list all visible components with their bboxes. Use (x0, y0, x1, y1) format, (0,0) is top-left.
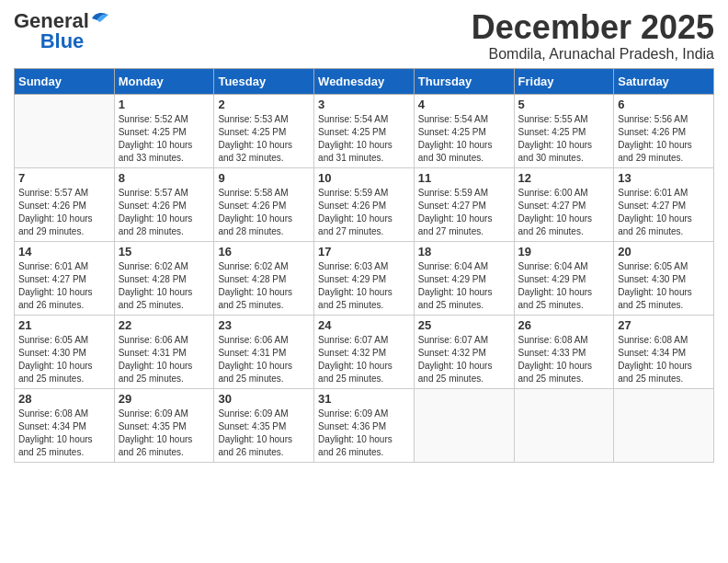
day-number: 4 (418, 98, 510, 111)
table-row: 25Sunrise: 6:07 AM Sunset: 4:32 PM Dayli… (414, 315, 514, 388)
cell-info: Sunrise: 5:59 AM Sunset: 4:27 PM Dayligh… (418, 187, 510, 238)
bird-icon (90, 9, 110, 26)
table-row: 23Sunrise: 6:06 AM Sunset: 4:31 PM Dayli… (214, 315, 314, 388)
day-number: 31 (318, 392, 410, 406)
cell-info: Sunrise: 6:01 AM Sunset: 4:27 PM Dayligh… (18, 260, 110, 312)
day-number: 30 (218, 392, 310, 406)
day-number: 14 (18, 245, 110, 259)
cell-info: Sunrise: 6:05 AM Sunset: 4:30 PM Dayligh… (18, 334, 110, 385)
calendar-week-row: 7Sunrise: 5:57 AM Sunset: 4:26 PM Daylig… (15, 167, 714, 241)
cell-info: Sunrise: 6:07 AM Sunset: 4:32 PM Dayligh… (418, 334, 510, 385)
cell-info: Sunrise: 5:54 AM Sunset: 4:25 PM Dayligh… (418, 113, 510, 165)
cell-info: Sunrise: 6:07 AM Sunset: 4:32 PM Dayligh… (318, 334, 410, 385)
cell-info: Sunrise: 6:09 AM Sunset: 4:35 PM Dayligh… (218, 408, 310, 459)
table-row: 24Sunrise: 6:07 AM Sunset: 4:32 PM Dayli… (314, 315, 415, 388)
cell-info: Sunrise: 6:08 AM Sunset: 4:33 PM Dayligh… (518, 334, 610, 385)
location-subtitle: Bomdila, Arunachal Pradesh, India (472, 46, 714, 63)
table-row: 20Sunrise: 6:05 AM Sunset: 4:30 PM Dayli… (614, 241, 714, 315)
day-number: 1 (119, 98, 210, 111)
cell-info: Sunrise: 5:57 AM Sunset: 4:26 PM Dayligh… (119, 187, 210, 238)
logo-blue: Blue (40, 29, 85, 52)
day-number: 29 (119, 392, 210, 406)
table-row: 22Sunrise: 6:06 AM Sunset: 4:31 PM Dayli… (114, 315, 214, 388)
col-thursday: Thursday (414, 68, 514, 94)
cell-info: Sunrise: 6:09 AM Sunset: 4:35 PM Dayligh… (119, 408, 210, 459)
cell-info: Sunrise: 5:59 AM Sunset: 4:26 PM Dayligh… (318, 187, 410, 238)
cell-info: Sunrise: 6:02 AM Sunset: 4:28 PM Dayligh… (119, 260, 210, 312)
cell-info: Sunrise: 5:54 AM Sunset: 4:25 PM Dayligh… (318, 113, 410, 165)
day-number: 23 (218, 318, 310, 332)
calendar-week-row: 14Sunrise: 6:01 AM Sunset: 4:27 PM Dayli… (15, 241, 714, 315)
day-number: 22 (119, 318, 210, 332)
day-number: 25 (418, 318, 510, 332)
table-row (614, 388, 714, 462)
col-friday: Friday (514, 68, 614, 94)
table-row: 18Sunrise: 6:04 AM Sunset: 4:29 PM Dayli… (414, 241, 514, 315)
cell-info: Sunrise: 5:53 AM Sunset: 4:25 PM Dayligh… (218, 113, 310, 165)
cell-info: Sunrise: 6:08 AM Sunset: 4:34 PM Dayligh… (18, 408, 110, 459)
cell-info: Sunrise: 6:04 AM Sunset: 4:29 PM Dayligh… (518, 260, 610, 312)
cell-info: Sunrise: 6:05 AM Sunset: 4:30 PM Dayligh… (618, 260, 710, 312)
table-row: 16Sunrise: 6:02 AM Sunset: 4:28 PM Dayli… (214, 241, 314, 315)
cell-info: Sunrise: 6:06 AM Sunset: 4:31 PM Dayligh… (218, 334, 310, 385)
table-row: 17Sunrise: 6:03 AM Sunset: 4:29 PM Dayli… (314, 241, 415, 315)
day-number: 7 (18, 171, 110, 185)
table-row: 28Sunrise: 6:08 AM Sunset: 4:34 PM Dayli… (15, 388, 115, 462)
cell-info: Sunrise: 5:55 AM Sunset: 4:25 PM Dayligh… (518, 113, 610, 165)
table-row: 9Sunrise: 5:58 AM Sunset: 4:26 PM Daylig… (214, 167, 314, 241)
table-row (414, 388, 514, 462)
day-number: 8 (119, 171, 210, 185)
cell-info: Sunrise: 5:56 AM Sunset: 4:26 PM Dayligh… (618, 113, 710, 165)
day-number: 2 (218, 98, 310, 111)
calendar-week-row: 1Sunrise: 5:52 AM Sunset: 4:25 PM Daylig… (15, 94, 714, 167)
cell-info: Sunrise: 5:52 AM Sunset: 4:25 PM Dayligh… (119, 113, 210, 165)
table-row: 10Sunrise: 5:59 AM Sunset: 4:26 PM Dayli… (314, 167, 415, 241)
table-row: 14Sunrise: 6:01 AM Sunset: 4:27 PM Dayli… (15, 241, 115, 315)
calendar-header-row: Sunday Monday Tuesday Wednesday Thursday… (15, 68, 714, 94)
day-number: 5 (518, 98, 610, 111)
table-row: 3Sunrise: 5:54 AM Sunset: 4:25 PM Daylig… (314, 94, 415, 167)
day-number: 10 (318, 171, 410, 185)
cell-info: Sunrise: 6:09 AM Sunset: 4:36 PM Dayligh… (318, 408, 410, 459)
day-number: 12 (518, 171, 610, 185)
table-row: 5Sunrise: 5:55 AM Sunset: 4:25 PM Daylig… (514, 94, 614, 167)
table-row: 1Sunrise: 5:52 AM Sunset: 4:25 PM Daylig… (114, 94, 214, 167)
col-tuesday: Tuesday (214, 68, 314, 94)
day-number: 19 (518, 245, 610, 259)
month-title: December 2025 (472, 9, 714, 46)
day-number: 27 (618, 318, 710, 332)
table-row: 27Sunrise: 6:08 AM Sunset: 4:34 PM Dayli… (614, 315, 714, 388)
day-number: 21 (18, 318, 110, 332)
cell-info: Sunrise: 6:04 AM Sunset: 4:29 PM Dayligh… (418, 260, 510, 312)
day-number: 28 (18, 392, 110, 406)
title-section: December 2025 Bomdila, Arunachal Pradesh… (472, 9, 714, 63)
col-monday: Monday (114, 68, 214, 94)
cell-info: Sunrise: 5:58 AM Sunset: 4:26 PM Dayligh… (218, 187, 310, 238)
col-sunday: Sunday (15, 68, 115, 94)
logo: General Blue (14, 9, 110, 53)
cell-info: Sunrise: 6:00 AM Sunset: 4:27 PM Dayligh… (518, 187, 610, 238)
table-row: 31Sunrise: 6:09 AM Sunset: 4:36 PM Dayli… (314, 388, 415, 462)
col-saturday: Saturday (614, 68, 714, 94)
page-header: General Blue December 2025 Bomdila, Arun… (14, 9, 714, 63)
day-number: 17 (318, 245, 410, 259)
table-row: 2Sunrise: 5:53 AM Sunset: 4:25 PM Daylig… (214, 94, 314, 167)
day-number: 9 (218, 171, 310, 185)
cell-info: Sunrise: 6:08 AM Sunset: 4:34 PM Dayligh… (618, 334, 710, 385)
calendar-table: Sunday Monday Tuesday Wednesday Thursday… (14, 68, 714, 463)
calendar-week-row: 21Sunrise: 6:05 AM Sunset: 4:30 PM Dayli… (15, 315, 714, 388)
table-row: 7Sunrise: 5:57 AM Sunset: 4:26 PM Daylig… (15, 167, 115, 241)
table-row: 8Sunrise: 5:57 AM Sunset: 4:26 PM Daylig… (114, 167, 214, 241)
table-row: 4Sunrise: 5:54 AM Sunset: 4:25 PM Daylig… (414, 94, 514, 167)
day-number: 18 (418, 245, 510, 259)
cell-info: Sunrise: 5:57 AM Sunset: 4:26 PM Dayligh… (18, 187, 110, 238)
day-number: 16 (218, 245, 310, 259)
table-row: 12Sunrise: 6:00 AM Sunset: 4:27 PM Dayli… (514, 167, 614, 241)
table-row (15, 94, 115, 167)
day-number: 24 (318, 318, 410, 332)
cell-info: Sunrise: 6:02 AM Sunset: 4:28 PM Dayligh… (218, 260, 310, 312)
table-row: 13Sunrise: 6:01 AM Sunset: 4:27 PM Dayli… (614, 167, 714, 241)
table-row: 29Sunrise: 6:09 AM Sunset: 4:35 PM Dayli… (114, 388, 214, 462)
table-row (514, 388, 614, 462)
table-row: 15Sunrise: 6:02 AM Sunset: 4:28 PM Dayli… (114, 241, 214, 315)
